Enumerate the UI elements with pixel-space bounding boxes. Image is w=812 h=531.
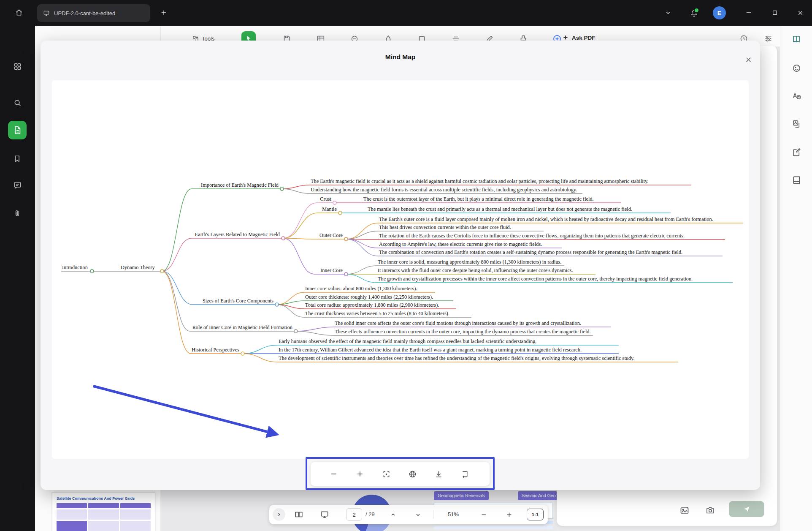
document-tab[interactable]: UPDF-2.0-cant-be-edited [37,4,150,22]
zoom-out-button[interactable] [477,509,490,520]
annotations-button[interactable] [10,177,25,193]
mindmap-node-label: Mantle [322,206,337,212]
thumbnail-table [57,503,151,531]
minus-icon [330,470,338,478]
screenshot-button[interactable] [703,503,717,517]
page-navigation-bar: / 29 51% 1:1 [269,505,548,524]
zoom-in-button[interactable] [503,509,515,520]
mindmap-node-label: Sizes of Earth's Core Components [203,298,273,304]
two-page-icon [294,510,303,519]
insert-image-button[interactable] [677,503,692,517]
mindmap-download-button[interactable] [430,466,447,482]
close-modal-button[interactable] [742,53,755,66]
mindmap-node-label: This heat drives convection currents wit… [379,224,511,230]
apps-menu-button[interactable] [10,59,25,74]
maximize-icon [771,9,778,16]
mindmap-node-label: The crust thickness varies between 5 to … [305,310,449,316]
library-button[interactable] [788,172,805,188]
document-panel-button[interactable] [8,121,27,139]
background-table-row [434,526,553,529]
camera-icon [705,505,715,515]
mindmap-node-label: The crust is the outermost layer of the … [363,196,594,202]
mindmap-zoom-in-button[interactable] [352,466,368,482]
plus-icon [160,9,167,16]
notes-export-button[interactable] [788,144,805,161]
mindmap-toolbar [311,462,490,486]
background-badge-geomagnetic: Geomagnetic Reversals [434,491,489,500]
tab-title: UPDF-2.0-cant-be-edited [54,10,115,16]
chevron-down-icon [414,511,422,518]
mindmap-node-label: In the 17th century, William Gilbert adv… [279,347,582,353]
bookmark-icon [13,155,22,163]
mindmap-regenerate-button[interactable] [457,466,473,482]
minimize-button[interactable] [741,5,756,20]
app-window: UPDF-2.0-cant-be-edited E [0,0,812,531]
user-avatar[interactable]: E [713,6,726,19]
mindmap-node-label: The growth and crystallization processes… [378,276,693,282]
mindmap-node-label: Total core radius: approximately 1,800 m… [305,302,439,308]
thumbnail-doc-title: Satellite Communications And Power Grids [57,496,151,501]
tab-list-button[interactable] [660,5,676,20]
page-number-input[interactable] [346,508,362,521]
mindmap-canvas[interactable]: IntroductionDynamo TheoryImportance of E… [52,80,749,459]
translate-button[interactable] [788,87,805,104]
search-button[interactable] [10,95,25,110]
notifications-button[interactable] [686,5,701,20]
mindmap-node-label: The combination of convection and Earth'… [379,249,682,255]
mindmap-node-label: Earth's Layers Related to Magnetic Field [195,231,280,237]
send-button[interactable] [729,501,764,517]
mindmap-labels: IntroductionDynamo TheoryImportance of E… [52,80,749,459]
paperclip-icon [13,209,22,218]
mindmap-node-label: Outer Core [319,232,343,238]
comment-icon [13,181,22,190]
close-window-button[interactable] [793,5,808,20]
close-icon [744,56,752,64]
mindmap-node-label: The inner core is solid, measuring appro… [378,259,561,265]
mindmap-node-label: The development of scientific instrument… [279,355,635,361]
tab-ask-pdf[interactable]: Ask PDF [562,34,595,41]
attachments-button[interactable] [10,206,25,221]
titlebar: UPDF-2.0-cant-be-edited E [0,0,812,26]
avatar-letter: E [717,10,721,16]
regenerate-icon [460,470,469,479]
reader-mode-button[interactable] [788,31,805,48]
mindmap-node-label: The Earth's magnetic field is crucial as… [311,178,648,184]
page-thumbnail[interactable]: Satellite Communications And Power Grids [52,492,155,531]
mindmap-node-label: According to Ampère's law, these electri… [379,241,542,247]
chevron-down-icon [664,9,672,16]
bookmarks-button[interactable] [10,151,25,166]
mindmap-node-label: Inner core radius: about 800 miles (1,30… [305,286,417,291]
mindmap-language-button[interactable] [404,466,420,482]
expand-panel-button[interactable] [273,508,285,521]
page-layout-button[interactable] [292,509,306,520]
translate-box-icon [792,119,801,129]
mindmap-node-label: Introduction [62,264,88,270]
mind-map-modal: Mind Map IntroductionDynamo TheoryImport… [41,41,760,490]
maximize-button[interactable] [767,5,782,20]
mindmap-node-label: Importance of Earth's Magnetic Field [201,182,279,188]
home-button[interactable] [11,5,27,20]
next-page-button[interactable] [411,509,424,520]
home-icon [15,8,23,17]
zoom-level-button[interactable]: 51% [444,511,462,517]
plus-icon [356,470,364,478]
previous-page-button[interactable] [387,509,399,520]
mindmap-zoom-out-button[interactable] [326,466,342,482]
background-badge-seismic: Seismic And Geo [518,491,557,500]
page-total-label: / 29 [365,511,375,517]
smiley-icon [792,63,801,73]
mindmap-node-label: Inner Core [320,267,343,273]
settings-sliders-button[interactable] [762,33,774,44]
mindmap-fit-view-button[interactable] [378,466,394,482]
stickers-button[interactable] [788,60,805,76]
apps-grid-icon [13,62,22,71]
left-sidebar [0,26,35,531]
actual-size-button[interactable]: 1:1 [527,509,544,520]
mindmap-node-label: Role of Inner Core in Magnetic Field For… [192,324,292,330]
download-icon [434,470,443,479]
presentation-button[interactable] [318,509,331,520]
right-sidebar [780,26,812,531]
translate-page-button[interactable] [788,115,805,132]
new-tab-button[interactable] [156,5,171,20]
mindmap-node-label: The Earth's outer core is a fluid layer … [379,216,713,222]
